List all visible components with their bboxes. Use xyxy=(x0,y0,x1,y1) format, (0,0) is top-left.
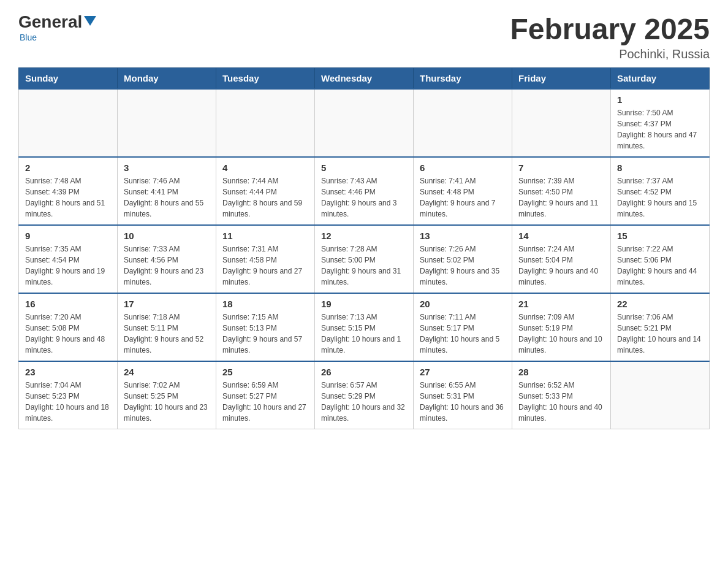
day-number: 17 xyxy=(124,299,210,309)
calendar-cell: 7Sunrise: 7:39 AMSunset: 4:50 PMDaylight… xyxy=(512,157,611,225)
logo-blue-text: Blue xyxy=(20,33,37,42)
calendar-cell: 14Sunrise: 7:24 AMSunset: 5:04 PMDayligh… xyxy=(512,225,611,293)
day-number: 27 xyxy=(420,367,506,377)
day-info: Sunrise: 7:43 AMSunset: 4:46 PMDaylight:… xyxy=(321,175,407,220)
logo: General Blue xyxy=(18,12,96,43)
calendar-cell xyxy=(512,89,611,157)
weekday-header-friday: Friday xyxy=(512,68,611,90)
day-number: 26 xyxy=(321,367,407,377)
day-info: Sunrise: 7:24 AMSunset: 5:04 PMDaylight:… xyxy=(518,243,604,288)
calendar-cell: 22Sunrise: 7:06 AMSunset: 5:21 PMDayligh… xyxy=(611,293,710,361)
calendar-cell: 5Sunrise: 7:43 AMSunset: 4:46 PMDaylight… xyxy=(315,157,414,225)
day-info: Sunrise: 7:28 AMSunset: 5:00 PMDaylight:… xyxy=(321,243,407,288)
day-info: Sunrise: 7:04 AMSunset: 5:23 PMDaylight:… xyxy=(25,380,111,424)
day-number: 20 xyxy=(420,299,506,309)
calendar-cell: 23Sunrise: 7:04 AMSunset: 5:23 PMDayligh… xyxy=(19,361,118,429)
calendar-cell: 6Sunrise: 7:41 AMSunset: 4:48 PMDaylight… xyxy=(414,157,512,225)
calendar-cell: 10Sunrise: 7:33 AMSunset: 4:56 PMDayligh… xyxy=(118,225,216,293)
calendar-cell: 3Sunrise: 7:46 AMSunset: 4:41 PMDaylight… xyxy=(118,157,216,225)
day-number: 6 xyxy=(420,163,506,173)
day-number: 13 xyxy=(420,231,506,241)
day-info: Sunrise: 7:11 AMSunset: 5:17 PMDaylight:… xyxy=(420,312,506,356)
day-info: Sunrise: 7:37 AMSunset: 4:52 PMDaylight:… xyxy=(617,175,703,220)
weekday-header-wednesday: Wednesday xyxy=(315,68,414,90)
calendar-table: SundayMondayTuesdayWednesdayThursdayFrid… xyxy=(18,67,710,429)
calendar-cell xyxy=(611,361,710,429)
week-row-2: 2Sunrise: 7:48 AMSunset: 4:39 PMDaylight… xyxy=(19,157,710,225)
day-number: 8 xyxy=(617,163,703,173)
week-row-4: 16Sunrise: 7:20 AMSunset: 5:08 PMDayligh… xyxy=(19,293,710,361)
day-info: Sunrise: 7:18 AMSunset: 5:11 PMDaylight:… xyxy=(124,312,210,356)
calendar-cell: 27Sunrise: 6:55 AMSunset: 5:31 PMDayligh… xyxy=(414,361,512,429)
day-number: 16 xyxy=(25,299,111,309)
logo-text: General xyxy=(18,12,96,32)
calendar-cell: 17Sunrise: 7:18 AMSunset: 5:11 PMDayligh… xyxy=(118,293,216,361)
day-number: 19 xyxy=(321,299,407,309)
calendar-cell: 25Sunrise: 6:59 AMSunset: 5:27 PMDayligh… xyxy=(216,361,315,429)
logo-triangle-icon xyxy=(84,16,96,26)
day-info: Sunrise: 7:46 AMSunset: 4:41 PMDaylight:… xyxy=(124,175,210,220)
calendar-subtitle: Pochinki, Russia xyxy=(510,47,710,61)
day-number: 5 xyxy=(321,163,407,173)
calendar-cell: 24Sunrise: 7:02 AMSunset: 5:25 PMDayligh… xyxy=(118,361,216,429)
day-info: Sunrise: 7:35 AMSunset: 4:54 PMDaylight:… xyxy=(25,243,111,288)
calendar-cell xyxy=(118,89,216,157)
day-number: 12 xyxy=(321,231,407,241)
day-info: Sunrise: 7:31 AMSunset: 4:58 PMDaylight:… xyxy=(222,243,308,288)
calendar-cell: 20Sunrise: 7:11 AMSunset: 5:17 PMDayligh… xyxy=(414,293,512,361)
day-info: Sunrise: 7:09 AMSunset: 5:19 PMDaylight:… xyxy=(518,312,604,356)
calendar-cell: 2Sunrise: 7:48 AMSunset: 4:39 PMDaylight… xyxy=(19,157,118,225)
week-row-5: 23Sunrise: 7:04 AMSunset: 5:23 PMDayligh… xyxy=(19,361,710,429)
day-info: Sunrise: 7:15 AMSunset: 5:13 PMDaylight:… xyxy=(222,312,308,356)
calendar-cell: 21Sunrise: 7:09 AMSunset: 5:19 PMDayligh… xyxy=(512,293,611,361)
day-info: Sunrise: 7:26 AMSunset: 5:02 PMDaylight:… xyxy=(420,243,506,288)
title-section: February 2025 Pochinki, Russia xyxy=(510,12,710,61)
day-number: 4 xyxy=(222,163,308,173)
day-info: Sunrise: 7:39 AMSunset: 4:50 PMDaylight:… xyxy=(518,175,604,220)
weekday-header-thursday: Thursday xyxy=(414,68,512,90)
calendar-cell xyxy=(19,89,118,157)
weekday-header-tuesday: Tuesday xyxy=(216,68,315,90)
day-number: 14 xyxy=(518,231,604,241)
day-info: Sunrise: 6:59 AMSunset: 5:27 PMDaylight:… xyxy=(222,380,308,424)
day-info: Sunrise: 7:48 AMSunset: 4:39 PMDaylight:… xyxy=(25,175,111,220)
weekday-header-row: SundayMondayTuesdayWednesdayThursdayFrid… xyxy=(19,68,710,90)
day-number: 1 xyxy=(617,94,703,105)
page-header: General Blue February 2025 Pochinki, Rus… xyxy=(18,12,710,61)
day-number: 15 xyxy=(617,231,703,241)
weekday-header-sunday: Sunday xyxy=(19,68,118,90)
day-number: 11 xyxy=(222,231,308,241)
day-number: 23 xyxy=(25,367,111,377)
calendar-cell: 8Sunrise: 7:37 AMSunset: 4:52 PMDaylight… xyxy=(611,157,710,225)
calendar-cell: 1Sunrise: 7:50 AMSunset: 4:37 PMDaylight… xyxy=(611,89,710,157)
calendar-cell: 12Sunrise: 7:28 AMSunset: 5:00 PMDayligh… xyxy=(315,225,414,293)
day-info: Sunrise: 6:55 AMSunset: 5:31 PMDaylight:… xyxy=(420,380,506,424)
calendar-cell: 9Sunrise: 7:35 AMSunset: 4:54 PMDaylight… xyxy=(19,225,118,293)
day-info: Sunrise: 7:13 AMSunset: 5:15 PMDaylight:… xyxy=(321,312,407,356)
week-row-3: 9Sunrise: 7:35 AMSunset: 4:54 PMDaylight… xyxy=(19,225,710,293)
day-number: 2 xyxy=(25,163,111,173)
day-number: 24 xyxy=(124,367,210,377)
calendar-cell: 15Sunrise: 7:22 AMSunset: 5:06 PMDayligh… xyxy=(611,225,710,293)
weekday-header-saturday: Saturday xyxy=(611,68,710,90)
day-number: 9 xyxy=(25,231,111,241)
calendar-cell: 4Sunrise: 7:44 AMSunset: 4:44 PMDaylight… xyxy=(216,157,315,225)
calendar-cell: 11Sunrise: 7:31 AMSunset: 4:58 PMDayligh… xyxy=(216,225,315,293)
day-info: Sunrise: 6:52 AMSunset: 5:33 PMDaylight:… xyxy=(518,380,604,424)
calendar-title: February 2025 xyxy=(510,12,710,46)
day-number: 28 xyxy=(518,367,604,377)
day-number: 22 xyxy=(617,299,703,309)
day-info: Sunrise: 7:02 AMSunset: 5:25 PMDaylight:… xyxy=(124,380,210,424)
day-info: Sunrise: 7:44 AMSunset: 4:44 PMDaylight:… xyxy=(222,175,308,220)
day-info: Sunrise: 7:50 AMSunset: 4:37 PMDaylight:… xyxy=(617,107,703,151)
calendar-cell: 19Sunrise: 7:13 AMSunset: 5:15 PMDayligh… xyxy=(315,293,414,361)
day-info: Sunrise: 7:20 AMSunset: 5:08 PMDaylight:… xyxy=(25,312,111,356)
day-number: 7 xyxy=(518,163,604,173)
day-info: Sunrise: 7:41 AMSunset: 4:48 PMDaylight:… xyxy=(420,175,506,220)
calendar-cell: 16Sunrise: 7:20 AMSunset: 5:08 PMDayligh… xyxy=(19,293,118,361)
calendar-cell xyxy=(414,89,512,157)
calendar-cell: 18Sunrise: 7:15 AMSunset: 5:13 PMDayligh… xyxy=(216,293,315,361)
calendar-cell: 26Sunrise: 6:57 AMSunset: 5:29 PMDayligh… xyxy=(315,361,414,429)
day-number: 25 xyxy=(222,367,308,377)
calendar-cell xyxy=(216,89,315,157)
